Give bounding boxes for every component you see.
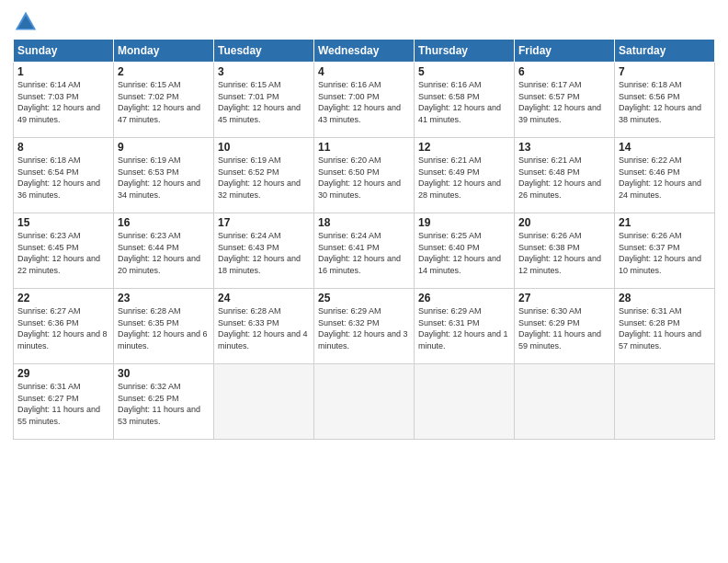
- day-number: 28: [619, 292, 711, 304]
- calendar-day-cell: 30Sunrise: 6:32 AMSunset: 6:25 PMDayligh…: [114, 364, 214, 440]
- day-info: Sunrise: 6:18 AMSunset: 6:56 PMDaylight:…: [619, 79, 711, 125]
- day-number: 17: [218, 216, 310, 229]
- calendar-day-cell: 7Sunrise: 6:18 AMSunset: 6:56 PMDaylight…: [615, 63, 715, 138]
- calendar-empty-cell: [515, 364, 615, 440]
- calendar-day-cell: 21Sunrise: 6:26 AMSunset: 6:37 PMDayligh…: [615, 213, 715, 289]
- calendar-header-row: SundayMondayTuesdayWednesdayThursdayFrid…: [14, 40, 715, 63]
- calendar-day-cell: 23Sunrise: 6:28 AMSunset: 6:35 PMDayligh…: [114, 289, 214, 364]
- day-info: Sunrise: 6:21 AMSunset: 6:48 PMDaylight:…: [518, 155, 610, 201]
- header-day-tuesday: Tuesday: [214, 40, 314, 63]
- day-number: 13: [518, 141, 610, 154]
- calendar-day-cell: 27Sunrise: 6:30 AMSunset: 6:29 PMDayligh…: [515, 289, 615, 364]
- day-info: Sunrise: 6:14 AMSunset: 7:03 PMDaylight:…: [17, 79, 109, 125]
- day-info: Sunrise: 6:23 AMSunset: 6:45 PMDaylight:…: [17, 230, 109, 276]
- page-container: SundayMondayTuesdayWednesdayThursdayFrid…: [0, 0, 728, 445]
- calendar-week-row: 22Sunrise: 6:27 AMSunset: 6:36 PMDayligh…: [14, 289, 715, 364]
- day-number: 25: [318, 292, 410, 304]
- calendar-table: SundayMondayTuesdayWednesdayThursdayFrid…: [13, 39, 715, 440]
- day-info: Sunrise: 6:21 AMSunset: 6:49 PMDaylight:…: [418, 155, 510, 201]
- day-number: 21: [619, 216, 711, 229]
- day-info: Sunrise: 6:19 AMSunset: 6:52 PMDaylight:…: [218, 155, 310, 201]
- calendar-day-cell: 1Sunrise: 6:14 AMSunset: 7:03 PMDaylight…: [14, 63, 114, 138]
- day-number: 2: [118, 65, 210, 78]
- day-info: Sunrise: 6:29 AMSunset: 6:32 PMDaylight:…: [318, 305, 410, 351]
- calendar-day-cell: 6Sunrise: 6:17 AMSunset: 6:57 PMDaylight…: [515, 63, 615, 138]
- day-number: 26: [418, 292, 510, 304]
- calendar-day-cell: 28Sunrise: 6:31 AMSunset: 6:28 PMDayligh…: [615, 289, 715, 364]
- day-number: 30: [118, 367, 210, 380]
- calendar-day-cell: 24Sunrise: 6:28 AMSunset: 6:33 PMDayligh…: [214, 289, 314, 364]
- calendar-day-cell: 11Sunrise: 6:20 AMSunset: 6:50 PMDayligh…: [314, 138, 415, 213]
- day-info: Sunrise: 6:25 AMSunset: 6:40 PMDaylight:…: [418, 230, 510, 276]
- logo-icon: [13, 9, 39, 35]
- day-number: 15: [17, 216, 109, 229]
- day-info: Sunrise: 6:18 AMSunset: 6:54 PMDaylight:…: [17, 155, 109, 201]
- day-number: 10: [218, 141, 310, 154]
- calendar-day-cell: 13Sunrise: 6:21 AMSunset: 6:48 PMDayligh…: [515, 138, 615, 213]
- calendar-day-cell: 29Sunrise: 6:31 AMSunset: 6:27 PMDayligh…: [14, 364, 114, 440]
- day-info: Sunrise: 6:24 AMSunset: 6:41 PMDaylight:…: [318, 230, 410, 276]
- day-info: Sunrise: 6:26 AMSunset: 6:38 PMDaylight:…: [518, 230, 610, 276]
- day-info: Sunrise: 6:32 AMSunset: 6:25 PMDaylight:…: [118, 381, 210, 427]
- day-info: Sunrise: 6:27 AMSunset: 6:36 PMDaylight:…: [17, 305, 109, 351]
- header-day-friday: Friday: [515, 40, 615, 63]
- calendar-day-cell: 4Sunrise: 6:16 AMSunset: 7:00 PMDaylight…: [314, 63, 415, 138]
- day-info: Sunrise: 6:16 AMSunset: 6:58 PMDaylight:…: [418, 79, 510, 125]
- calendar-week-row: 15Sunrise: 6:23 AMSunset: 6:45 PMDayligh…: [14, 213, 715, 289]
- calendar-day-cell: 8Sunrise: 6:18 AMSunset: 6:54 PMDaylight…: [14, 138, 114, 213]
- calendar-day-cell: 26Sunrise: 6:29 AMSunset: 6:31 PMDayligh…: [415, 289, 515, 364]
- day-number: 19: [418, 216, 510, 229]
- day-number: 27: [518, 292, 610, 304]
- day-number: 11: [318, 141, 410, 154]
- day-info: Sunrise: 6:16 AMSunset: 7:00 PMDaylight:…: [318, 79, 410, 125]
- day-number: 14: [619, 141, 711, 154]
- day-info: Sunrise: 6:31 AMSunset: 6:27 PMDaylight:…: [17, 381, 109, 427]
- calendar-empty-cell: [314, 364, 415, 440]
- calendar-day-cell: 2Sunrise: 6:15 AMSunset: 7:02 PMDaylight…: [114, 63, 214, 138]
- header-day-thursday: Thursday: [415, 40, 515, 63]
- day-info: Sunrise: 6:30 AMSunset: 6:29 PMDaylight:…: [518, 305, 610, 351]
- day-number: 23: [118, 292, 210, 304]
- day-number: 20: [518, 216, 610, 229]
- calendar-week-row: 1Sunrise: 6:14 AMSunset: 7:03 PMDaylight…: [14, 63, 715, 138]
- day-info: Sunrise: 6:15 AMSunset: 7:01 PMDaylight:…: [218, 79, 310, 125]
- calendar-empty-cell: [615, 364, 715, 440]
- day-info: Sunrise: 6:17 AMSunset: 6:57 PMDaylight:…: [518, 79, 610, 125]
- day-number: 8: [17, 141, 109, 154]
- day-number: 18: [318, 216, 410, 229]
- calendar-empty-cell: [415, 364, 515, 440]
- calendar-day-cell: 19Sunrise: 6:25 AMSunset: 6:40 PMDayligh…: [415, 213, 515, 289]
- day-info: Sunrise: 6:23 AMSunset: 6:44 PMDaylight:…: [118, 230, 210, 276]
- calendar-day-cell: 16Sunrise: 6:23 AMSunset: 6:44 PMDayligh…: [114, 213, 214, 289]
- header-day-saturday: Saturday: [615, 40, 715, 63]
- calendar-day-cell: 12Sunrise: 6:21 AMSunset: 6:49 PMDayligh…: [415, 138, 515, 213]
- calendar-day-cell: 9Sunrise: 6:19 AMSunset: 6:53 PMDaylight…: [114, 138, 214, 213]
- day-number: 4: [318, 65, 410, 78]
- day-info: Sunrise: 6:22 AMSunset: 6:46 PMDaylight:…: [619, 155, 711, 201]
- day-number: 3: [218, 65, 310, 78]
- day-number: 7: [619, 65, 711, 78]
- header-day-monday: Monday: [114, 40, 214, 63]
- calendar-day-cell: 17Sunrise: 6:24 AMSunset: 6:43 PMDayligh…: [214, 213, 314, 289]
- calendar-day-cell: 15Sunrise: 6:23 AMSunset: 6:45 PMDayligh…: [14, 213, 114, 289]
- calendar-day-cell: 5Sunrise: 6:16 AMSunset: 6:58 PMDaylight…: [415, 63, 515, 138]
- logo: [13, 9, 42, 35]
- header-day-wednesday: Wednesday: [314, 40, 415, 63]
- day-info: Sunrise: 6:26 AMSunset: 6:37 PMDaylight:…: [619, 230, 711, 276]
- day-info: Sunrise: 6:31 AMSunset: 6:28 PMDaylight:…: [619, 305, 711, 351]
- day-number: 22: [17, 292, 109, 304]
- calendar-day-cell: 18Sunrise: 6:24 AMSunset: 6:41 PMDayligh…: [314, 213, 415, 289]
- day-info: Sunrise: 6:19 AMSunset: 6:53 PMDaylight:…: [118, 155, 210, 201]
- calendar-day-cell: 3Sunrise: 6:15 AMSunset: 7:01 PMDaylight…: [214, 63, 314, 138]
- day-info: Sunrise: 6:28 AMSunset: 6:33 PMDaylight:…: [218, 305, 310, 351]
- day-info: Sunrise: 6:20 AMSunset: 6:50 PMDaylight:…: [318, 155, 410, 201]
- day-number: 12: [418, 141, 510, 154]
- calendar-week-row: 29Sunrise: 6:31 AMSunset: 6:27 PMDayligh…: [14, 364, 715, 440]
- day-number: 9: [118, 141, 210, 154]
- day-info: Sunrise: 6:24 AMSunset: 6:43 PMDaylight:…: [218, 230, 310, 276]
- calendar-day-cell: 25Sunrise: 6:29 AMSunset: 6:32 PMDayligh…: [314, 289, 415, 364]
- calendar-day-cell: 10Sunrise: 6:19 AMSunset: 6:52 PMDayligh…: [214, 138, 314, 213]
- day-info: Sunrise: 6:15 AMSunset: 7:02 PMDaylight:…: [118, 79, 210, 125]
- day-number: 5: [418, 65, 510, 78]
- calendar-week-row: 8Sunrise: 6:18 AMSunset: 6:54 PMDaylight…: [14, 138, 715, 213]
